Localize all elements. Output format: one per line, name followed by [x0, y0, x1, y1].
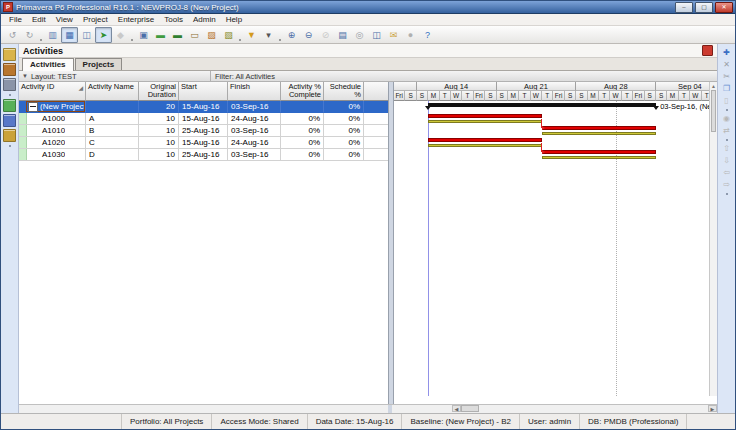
vertical-scroll-thumb[interactable]	[711, 90, 716, 132]
filter-icon[interactable]: ▼	[243, 27, 260, 43]
cell-blank[interactable]	[364, 113, 388, 125]
cell-activity-id[interactable]: A1030	[19, 149, 86, 161]
filter-section[interactable]: Filter: All Activities	[211, 71, 717, 81]
move-up-icon[interactable]: ⇧	[720, 143, 733, 155]
activity-bar[interactable]	[428, 138, 542, 142]
menu-enterprise[interactable]: Enterprise	[113, 15, 159, 24]
layout-section[interactable]: ▼ Layout: TEST	[19, 71, 211, 81]
cell-finish[interactable]: 03-Sep-16	[228, 149, 281, 161]
cell-activity-id[interactable]: A1000	[19, 113, 86, 125]
menu-help[interactable]: Help	[221, 15, 247, 24]
cell-finish[interactable]: 24-Aug-16	[228, 137, 281, 149]
cut-icon[interactable]: ✂	[720, 71, 733, 83]
table-view-icon[interactable]: ▥	[44, 27, 61, 43]
menu-file[interactable]: File	[4, 15, 27, 24]
cell-activity-id[interactable]: A1010	[19, 125, 86, 137]
gantt-hscrollbar[interactable]: ◀ ▶	[392, 405, 717, 413]
cell-activity-complete[interactable]: 0%	[281, 137, 324, 149]
menu-project[interactable]: Project	[78, 15, 113, 24]
hierarchy-icon[interactable]: ◢	[78, 84, 83, 92]
comments-icon[interactable]: ✉	[385, 27, 402, 43]
column-header-original-duration[interactable]: Original Duration	[139, 82, 179, 101]
split-columns-icon[interactable]: ◫	[368, 27, 385, 43]
cell-finish[interactable]: 03-Sep-16	[228, 101, 281, 113]
cell-start[interactable]: 15-Aug-16	[179, 101, 228, 113]
notebook-icon[interactable]: ▨	[203, 27, 220, 43]
table-row[interactable]: A1010B1025-Aug-1603-Sep-160%0%	[19, 125, 388, 137]
maximize-button[interactable]: ▢	[695, 2, 713, 13]
paste-icon[interactable]: ▯	[720, 95, 733, 107]
cell-start[interactable]: 25-Aug-16	[179, 125, 228, 137]
tab-projects[interactable]: Projects	[75, 58, 123, 70]
gantt-vertical-scrollbar[interactable]: ▲	[709, 82, 717, 396]
column-header-activity-id[interactable]: Activity ID◢	[19, 82, 86, 101]
forward-icon[interactable]: ↻	[21, 27, 38, 43]
table-hscrollbar[interactable]	[19, 405, 388, 413]
cell-schedule-complete[interactable]: 0%	[324, 113, 364, 125]
menu-admin[interactable]: Admin	[188, 15, 221, 24]
add-icon[interactable]: ✚	[720, 47, 733, 59]
move-down-icon[interactable]: ⇩	[720, 155, 733, 167]
activity-bar[interactable]	[542, 150, 656, 154]
cell-activity-name[interactable]	[86, 101, 139, 113]
activity-bar[interactable]	[542, 126, 656, 130]
activities-window-icon[interactable]	[3, 99, 16, 112]
assignments-window-icon[interactable]	[3, 129, 16, 142]
menu-view[interactable]: View	[51, 15, 78, 24]
assign-role-icon[interactable]: ⇄	[720, 125, 733, 137]
cell-original-duration[interactable]: 10	[139, 137, 179, 149]
tab-activities[interactable]: Activities	[22, 58, 74, 71]
select-tool-icon[interactable]: ➤	[95, 27, 112, 43]
column-header-activity-complete[interactable]: Activity % Complete	[281, 82, 324, 101]
cell-activity-name[interactable]: D	[86, 149, 139, 161]
activities-view-icon[interactable]	[702, 45, 713, 56]
table-row[interactable]: A1030D1025-Aug-1603-Sep-160%0%	[19, 149, 388, 161]
global-change-icon[interactable]: ●	[402, 27, 419, 43]
cell-activity-id[interactable]: A1020	[19, 137, 86, 149]
scroll-up-icon[interactable]: ▲	[710, 82, 717, 90]
table-row[interactable]: A1000A1015-Aug-1624-Aug-160%0%	[19, 113, 388, 125]
menu-tools[interactable]: Tools	[159, 15, 188, 24]
column-header-activity-name[interactable]: Activity Name	[86, 82, 139, 101]
cell-activity-complete[interactable]: 0%	[281, 149, 324, 161]
cell-schedule-complete[interactable]: 0%	[324, 101, 364, 113]
cell-blank[interactable]	[364, 149, 388, 161]
link-tool-icon[interactable]: ◆	[112, 27, 129, 43]
zoom-in-icon[interactable]: ⊕	[283, 27, 300, 43]
cell-original-duration[interactable]: 10	[139, 125, 179, 137]
cell-schedule-complete[interactable]: 0%	[324, 137, 364, 149]
cell-original-duration[interactable]: 10	[139, 113, 179, 125]
copy-icon[interactable]: ❐	[720, 83, 733, 95]
scroll-right-icon[interactable]: ▶	[708, 405, 717, 412]
cell-activity-name[interactable]: A	[86, 113, 139, 125]
wbs-window-icon[interactable]	[3, 114, 16, 127]
add-activity-icon[interactable]: ▬	[152, 27, 169, 43]
filter-dropdown-icon[interactable]: ▾	[260, 27, 277, 43]
table-row[interactable]: (New Project)2015-Aug-1603-Sep-160%	[19, 101, 388, 113]
back-icon[interactable]: ↺	[4, 27, 21, 43]
assign-resource-icon[interactable]: ◉	[720, 113, 733, 125]
cell-activity-complete[interactable]: 0%	[281, 113, 324, 125]
menu-edit[interactable]: Edit	[27, 15, 51, 24]
cell-activity-complete[interactable]: 0%	[281, 125, 324, 137]
cell-activity-complete[interactable]	[281, 101, 324, 113]
resources-window-icon[interactable]	[3, 63, 16, 76]
scroll-left-icon[interactable]: ◀	[452, 405, 461, 412]
move-left-icon[interactable]: ⇦	[720, 167, 733, 179]
cell-original-duration[interactable]: 20	[139, 101, 179, 113]
activity-bar[interactable]	[428, 114, 542, 118]
resources-icon[interactable]: ▬	[169, 27, 186, 43]
cell-activity-id[interactable]: (New Project)	[19, 101, 86, 113]
relationships-icon[interactable]: ▭	[186, 27, 203, 43]
help-icon[interactable]: ?	[419, 27, 436, 43]
zoom-out-icon[interactable]: ⊖	[300, 27, 317, 43]
cell-start[interactable]: 15-Aug-16	[179, 113, 228, 125]
cell-start[interactable]: 15-Aug-16	[179, 137, 228, 149]
title-bar[interactable]: P Primavera P6 Professional R16.1 : NEWP…	[1, 1, 735, 14]
steps-icon[interactable]: ▧	[220, 27, 237, 43]
cell-finish[interactable]: 03-Sep-16	[228, 125, 281, 137]
cell-blank[interactable]	[364, 101, 388, 113]
table-row[interactable]: A1020C1015-Aug-1624-Aug-160%0%	[19, 137, 388, 149]
column-header-start[interactable]: Start	[179, 82, 228, 101]
schedule-icon[interactable]: ▣	[135, 27, 152, 43]
